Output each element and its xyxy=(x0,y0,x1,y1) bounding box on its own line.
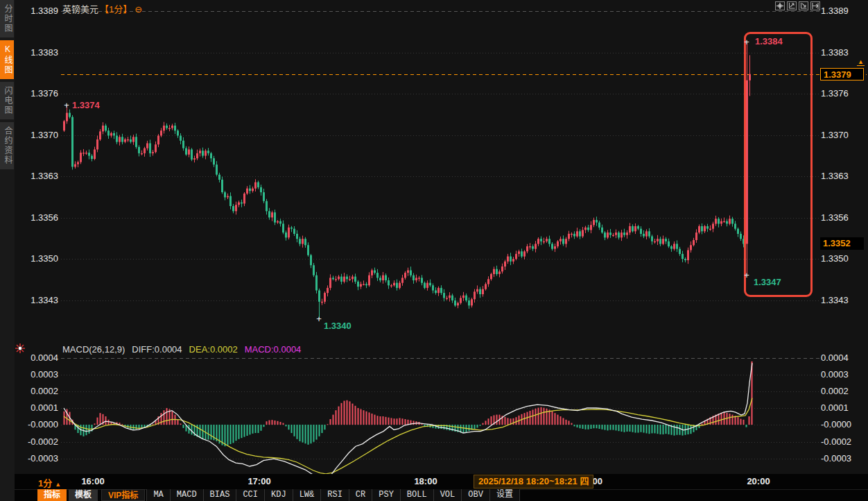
indicator-tab-BIAS[interactable]: BIAS xyxy=(203,489,236,501)
indicator-tab-模板[interactable]: 模板 xyxy=(69,489,98,501)
crosshair-marker: + xyxy=(316,314,322,324)
price-axis-label-right: 0.0003 xyxy=(821,369,862,380)
price-axis-label-left: 1.3383 xyxy=(17,47,58,58)
trading-app: 分时图K线图闪电图合约资料 英镑美元【1分】⊖ 1.33891.33831.33… xyxy=(0,0,868,501)
indicator-tab-OBV[interactable]: OBV xyxy=(461,489,489,501)
sidebar-tab-K线图[interactable]: K线图 xyxy=(0,40,14,79)
macd-dea-value: DEA:0.0002 xyxy=(189,344,238,355)
price-axis-label-left: 1.3356 xyxy=(17,212,58,223)
price-axis-label-right: 0.0004 xyxy=(821,353,862,364)
price-axis-label-left: 0.0001 xyxy=(17,402,58,414)
price-axis-label-left: 0.0004 xyxy=(17,353,58,364)
macd-header: MACD(26,12,9)DIFF:0.0004DEA:0.0002MACD:0… xyxy=(62,344,301,355)
time-axis-row: 1分▲ 16:00 17:00 18:00 9:00 20:00 2025/12… xyxy=(0,474,868,489)
price-axis-label-left: -0.0003 xyxy=(17,453,58,464)
zoom-y-axis-icon[interactable] xyxy=(799,1,808,10)
time-tick: 16:00 xyxy=(76,476,110,486)
price-axis-label-right: 1.3383 xyxy=(821,47,862,58)
price-axis-label-right: 1.3363 xyxy=(821,171,862,182)
price-axis-label-right: -0.0002 xyxy=(821,436,862,448)
indicator-tab-CR[interactable]: CR xyxy=(349,489,372,501)
crosshair-marker: + xyxy=(64,100,69,110)
price-axis-label-left: 0.0002 xyxy=(17,386,58,397)
indicator-tab-BOLL[interactable]: BOLL xyxy=(400,489,433,501)
price-axis-label-left: -0.0000 xyxy=(17,419,58,430)
price-axis-label-right: 1.3356 xyxy=(821,212,862,223)
price-axis-label-right: 1.3389 xyxy=(821,6,862,17)
macd-settings-icon[interactable] xyxy=(15,343,26,354)
price-axis-label-right: -0.0003 xyxy=(821,453,862,464)
price-axis-label-left: 1.3343 xyxy=(17,295,58,306)
sidebar-tab-闪电图[interactable]: 闪电图 xyxy=(0,82,14,119)
indicator-tab-VOL[interactable]: VOL xyxy=(433,489,462,501)
indicator-tab-MACD[interactable]: MACD xyxy=(170,489,203,501)
chart-mode-sidebar: 分时图K线图闪电图合约资料 xyxy=(0,0,15,501)
indicator-tab-KDJ[interactable]: KDJ xyxy=(264,489,293,501)
chart-title: 英镑美元【1分】⊖ xyxy=(62,2,142,15)
zoom-x-axis-icon[interactable] xyxy=(787,1,797,10)
price-axis-label-left: 1.3350 xyxy=(17,253,58,264)
price-axis-label-right: 0.0001 xyxy=(821,402,862,414)
candle-datetime-tooltip: 2025/12/18 18:20~18:21 四 xyxy=(474,475,593,489)
price-axis-label-right: -0.0000 xyxy=(821,419,862,430)
shift-right-icon[interactable] xyxy=(810,1,820,10)
price-axis-label-left: 1.3363 xyxy=(17,171,58,182)
price-axis-label-left: 1.3389 xyxy=(17,6,58,17)
interval-label: 1分 xyxy=(38,478,52,489)
annotation-spike-high: 1.3384 xyxy=(755,36,783,46)
indicator-tab-PSY[interactable]: PSY xyxy=(372,489,400,501)
price-axis-label-right: 1.3350 xyxy=(821,253,862,264)
price-axis-label-right: 1.3370 xyxy=(821,130,862,141)
price-axis-label-left: 1.3370 xyxy=(17,130,58,141)
indicator-tab-RSI[interactable]: RSI xyxy=(320,489,349,501)
price-axis-label-right: 1.3343 xyxy=(821,295,862,306)
crosshair-marker: + xyxy=(744,37,749,48)
indicator-tab-MA[interactable]: MA xyxy=(146,489,169,501)
crosshair-marker: + xyxy=(744,270,749,280)
macd-macd-value: MACD:0.0004 xyxy=(245,344,302,355)
price-axis-label-left: -0.0002 xyxy=(17,436,58,448)
price-axis-label-left: 1.3376 xyxy=(17,88,58,99)
indicator-tab-设置[interactable]: 设置 xyxy=(489,489,520,501)
macd-params: MACD(26,12,9) xyxy=(62,344,125,355)
price-alert-arrow-icon: ▲ xyxy=(857,58,865,66)
price-axis-label-right: 0.0002 xyxy=(821,386,862,397)
price-axis-label-left: 0.0003 xyxy=(17,369,58,380)
time-tick: 17:00 xyxy=(243,476,276,486)
zoom-out-icon[interactable]: ⊖ xyxy=(134,4,142,15)
annotation-session-low: 1.3340 xyxy=(324,321,351,331)
symbol-name: 英镑美元 xyxy=(62,4,98,15)
chart-canvas[interactable] xyxy=(0,0,868,501)
annotation-first-high: 1.3374 xyxy=(72,100,100,110)
current-price-box: 1.3379 xyxy=(820,68,864,80)
indicator-tab-VIP指标[interactable]: VIP指标 xyxy=(101,489,145,501)
interval-selector[interactable]: 1分▲ xyxy=(38,476,61,489)
interval-tag: 【1分】 xyxy=(100,4,132,15)
time-tick: 20:00 xyxy=(742,476,775,486)
pan-crosshair-icon[interactable] xyxy=(775,1,785,10)
price-axis-label-right: 1.3376 xyxy=(821,88,862,99)
indicator-tab-LW&[interactable]: LW& xyxy=(293,489,321,501)
sidebar-tab-合约资料[interactable]: 合约资料 xyxy=(0,122,14,169)
chart-toolbar xyxy=(775,1,820,10)
spike-highlight-box xyxy=(744,32,813,297)
last-price-box: 1.3352 xyxy=(820,237,864,250)
annotation-spike-low: 1.3347 xyxy=(754,277,781,287)
chevron-up-icon: ▲ xyxy=(55,481,61,488)
sidebar-tab-分时图[interactable]: 分时图 xyxy=(0,0,14,37)
indicator-tab-指标[interactable]: 指标 xyxy=(37,489,67,501)
indicator-tab-CCI[interactable]: CCI xyxy=(236,489,264,501)
time-tick: 18:00 xyxy=(409,476,442,486)
indicator-tabs: 指标模板VIP指标MAMACDBIASCCIKDJLW&RSICRPSYBOLL… xyxy=(37,489,520,501)
macd-diff-value: DIFF:0.0004 xyxy=(132,344,182,355)
